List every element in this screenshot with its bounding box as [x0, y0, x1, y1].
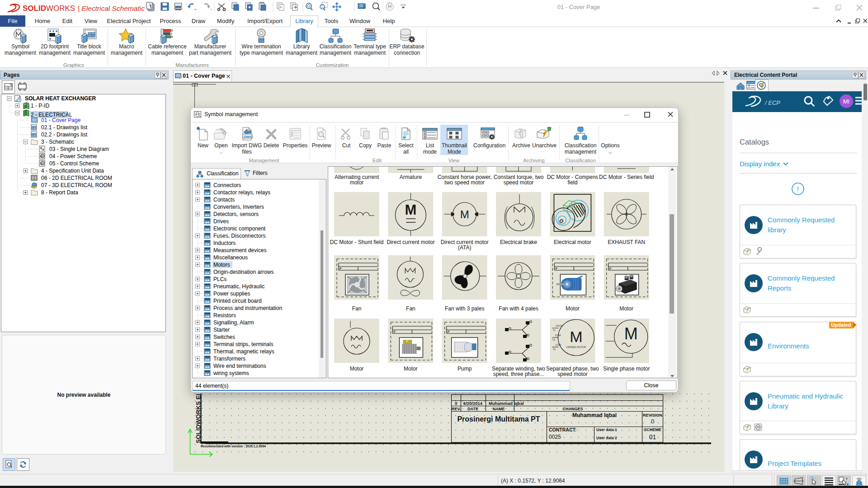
svg-text:4 - Specification Unit Data: 4 - Specification Unit Data: [41, 168, 104, 174]
svg-text:Converters, Inverters: Converters, Inverters: [213, 204, 264, 210]
svg-text:DATE: DATE: [467, 407, 478, 411]
svg-text:SOLIDWORKS: SOLIDWORKS: [23, 4, 75, 13]
svg-text:Origin-destination arrows: Origin-destination arrows: [213, 269, 274, 275]
svg-text:0: 0: [455, 401, 457, 406]
svg-text:EXHAUST FAN: EXHAUST FAN: [608, 239, 645, 245]
svg-text:0: 0: [651, 418, 654, 425]
svg-text:P: P: [340, 267, 342, 270]
svg-text:M: M: [570, 328, 582, 345]
svg-text:T2: T2: [552, 338, 555, 341]
svg-text:07 - 3D ELECTRICAL ROOM: 07 - 3D ELECTRICAL ROOM: [41, 182, 112, 188]
svg-text:02.1 - Drawings list: 02.1 - Drawings list: [41, 124, 88, 131]
svg-text:Motor: Motor: [619, 305, 633, 312]
svg-text:Starter: Starter: [213, 327, 230, 333]
svg-text:| Electrical Schematic: | Electrical Schematic: [78, 5, 145, 12]
svg-text:Electrical motor: Electrical motor: [554, 239, 591, 245]
svg-text:P: P: [609, 267, 612, 270]
svg-text:Contactor relays, relays: Contactor relays, relays: [213, 189, 270, 196]
svg-text:Muhammad Iqbal: Muhammad Iqbal: [572, 412, 617, 418]
svg-text:Power supplies: Power supplies: [213, 291, 250, 297]
svg-text:User data 1: User data 1: [596, 427, 617, 432]
svg-text:two speed motor: two speed motor: [444, 179, 485, 186]
svg-text:Wire end terminations: Wire end terminations: [213, 363, 266, 369]
svg-text:REVISION: REVISION: [643, 413, 662, 418]
svg-text:04 - Power Scheme: 04 - Power Scheme: [49, 153, 97, 160]
svg-text:COM: COM: [555, 334, 561, 337]
svg-text:2 - ELECTRICAL: 2 - ELECTRICAL: [31, 112, 72, 118]
svg-text:User data 2: User data 2: [596, 436, 617, 440]
svg-text:speed motor: speed motor: [557, 371, 588, 377]
svg-text:SCHEME: SCHEME: [644, 427, 661, 432]
svg-text:3 - Schematic: 3 - Schematic: [41, 139, 74, 145]
svg-text:speed, three phase...: speed, three phase...: [493, 371, 544, 377]
svg-text:Contacts: Contacts: [213, 197, 235, 203]
svg-text:05 - Control Scheme: 05 - Control Scheme: [49, 160, 99, 167]
svg-text:Motor: Motor: [350, 366, 364, 372]
svg-text:Motor: Motor: [566, 305, 580, 312]
svg-text:Fan: Fan: [406, 305, 415, 312]
svg-text:M: M: [460, 208, 469, 221]
svg-text:Fan with 3 pales: Fan with 3 pales: [445, 305, 484, 312]
svg-text:MI: MI: [843, 98, 849, 105]
svg-text:Drives: Drives: [213, 218, 229, 225]
svg-text:0025: 0025: [549, 434, 561, 440]
svg-text:T1: T1: [552, 329, 555, 332]
svg-text:01: 01: [649, 433, 656, 441]
svg-text:02.2 - Drawings list: 02.2 - Drawings list: [41, 131, 88, 138]
svg-text:Pump: Pump: [458, 366, 472, 372]
svg-text:PLCs: PLCs: [213, 276, 226, 282]
svg-text:Fuses, Disconnectors: Fuses, Disconnectors: [213, 233, 265, 239]
svg-text:field: field: [567, 179, 577, 186]
svg-text:Measurement devices: Measurement devices: [213, 247, 266, 253]
svg-text:Prosinergi Multitama PT: Prosinergi Multitama PT: [457, 415, 540, 423]
svg-text:Switches: Switches: [213, 334, 235, 340]
svg-text:P: P: [393, 330, 396, 333]
svg-text:Detectors, sensors: Detectors, sensors: [213, 211, 259, 217]
svg-text:Connectors: Connectors: [213, 182, 241, 188]
svg-text:Armature: Armature: [400, 174, 422, 180]
svg-text:Inductors: Inductors: [213, 240, 236, 246]
svg-text:SOLAR HEAT EXCHANGER: SOLAR HEAT EXCHANGER: [25, 95, 96, 102]
svg-text:6/20/2014: 6/20/2014: [463, 401, 483, 406]
svg-text:DC Motor - Series field: DC Motor - Series field: [599, 174, 654, 180]
svg-text:Signalling, Alarm: Signalling, Alarm: [213, 319, 254, 326]
svg-text:Fan with 4 pales: Fan with 4 pales: [499, 305, 538, 312]
svg-text:M: M: [405, 202, 416, 218]
svg-text:Resistors: Resistors: [213, 312, 236, 319]
svg-text:Transformers: Transformers: [213, 356, 245, 362]
svg-text:Miscellaneous: Miscellaneous: [213, 254, 248, 261]
svg-text:8 - Report Data: 8 - Report Data: [41, 189, 78, 196]
svg-text:speed motor: speed motor: [504, 179, 534, 186]
svg-text:DC Motor - Shunt field: DC Motor - Shunt field: [330, 239, 384, 245]
svg-text:Electrical brake: Electrical brake: [500, 239, 537, 245]
svg-text:01 - Cover Page: 01 - Cover Page: [41, 117, 81, 123]
svg-text:/ ECP: / ECP: [764, 99, 780, 106]
svg-text:DWG: DWG: [244, 135, 253, 139]
svg-text:Terminal strips, terminals: Terminal strips, terminals: [213, 341, 274, 347]
svg-text:2SPEED MOTOR: 2SPEED MOTOR: [566, 346, 586, 348]
svg-text:LOW: LOW: [555, 343, 561, 346]
svg-text:HIGH: HIGH: [556, 324, 562, 327]
svg-text:!: !: [797, 185, 799, 192]
svg-text:30: 30: [40, 162, 43, 165]
svg-text:wiring systems: wiring systems: [213, 370, 249, 376]
svg-text:T3: T3: [552, 348, 555, 351]
svg-text:Fan: Fan: [352, 305, 362, 312]
svg-text:NAME: NAME: [493, 407, 505, 411]
svg-text:Printed circuit board: Printed circuit board: [213, 298, 262, 304]
svg-text:CONTRACT:: CONTRACT:: [549, 427, 576, 432]
svg-text:30: 30: [40, 155, 43, 158]
svg-text:REV.: REV.: [452, 407, 461, 411]
svg-text:Motor: Motor: [404, 366, 418, 372]
svg-text:Muhammad Iqbal: Muhammad Iqbal: [489, 401, 524, 406]
svg-text:1 - P-ID: 1 - P-ID: [31, 103, 50, 109]
svg-text:Direct current motor: Direct current motor: [387, 239, 434, 245]
svg-text:Thermal, magnetic relays: Thermal, magnetic relays: [213, 348, 274, 355]
svg-text:Process and instrumentation: Process and instrumentation: [213, 305, 282, 311]
svg-text:Electronic component: Electronic component: [213, 225, 266, 232]
svg-text:03 - Single Line Diagram: 03 - Single Line Diagram: [49, 146, 109, 152]
svg-text:Motors: Motors: [213, 262, 230, 268]
svg-text:P: P: [555, 267, 557, 270]
svg-text:Recommended with version : 202: Recommended with version : 2025.1.2.0094: [201, 445, 266, 448]
svg-text:SOLIDWORKS Elec: SOLIDWORKS Elec: [195, 387, 202, 443]
